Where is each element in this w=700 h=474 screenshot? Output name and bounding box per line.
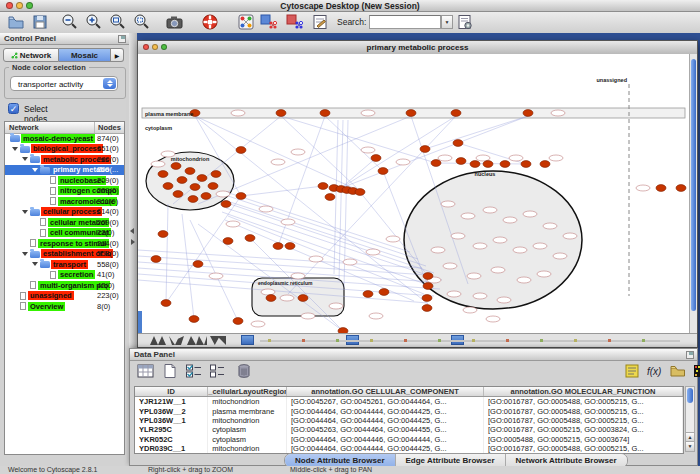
float-panel-icon[interactable]	[118, 35, 126, 43]
table-cell[interactable]: [GO:0016787, GO:0005488, GO:0005215, G..…	[483, 406, 682, 415]
table-cell[interactable]: YLR295C	[135, 425, 208, 434]
tree-row[interactable]: nitrogen compo209(0)	[5, 186, 124, 197]
column-header[interactable]: annotation.GO CELLULAR_COMPONENT	[287, 387, 484, 397]
expander-icon[interactable]	[22, 157, 28, 161]
import-attributes-button[interactable]	[668, 363, 688, 381]
tree-header-divider[interactable]	[94, 122, 95, 133]
tree-row[interactable]: metabolic process280(0)	[5, 154, 124, 165]
table-cell[interactable]: [GO:0044464, GO:0044444, GO:0044425, G..…	[287, 444, 484, 453]
column-header[interactable]: ID	[135, 387, 208, 397]
annotation-button[interactable]	[622, 363, 642, 381]
attribute-table-button[interactable]	[136, 363, 156, 381]
table-cell[interactable]: [GO:0016787, GO:0005488, GO:0005215, G..…	[483, 397, 682, 407]
tree-row[interactable]: biological_process651(0)	[5, 144, 124, 155]
layout-blue-button[interactable]	[258, 13, 278, 32]
expander-icon[interactable]	[22, 252, 28, 256]
table-cell[interactable]: mitochondrion	[208, 397, 287, 407]
network-view-titlebar[interactable]: primary metabolic process	[138, 41, 697, 55]
table-cell[interactable]: mitochondrion	[208, 444, 287, 453]
zoom-out-button[interactable]	[60, 13, 80, 32]
tree-row[interactable]: macromolecule311(0)	[5, 196, 124, 207]
tree-row[interactable]: transport558(0)	[5, 259, 124, 270]
table-cell[interactable]: [GO:0016787, GO:0005488, GO:0005215, G..…	[483, 444, 682, 453]
table-row[interactable]: YKR052Ccytoplasm[GO:0044464, GO:0044446,…	[135, 435, 683, 444]
network-canvas[interactable]: plasma membranecytoplasmmitochondrionnuc…	[138, 54, 689, 335]
tree-row[interactable]: secretion41(0)	[5, 270, 124, 281]
more-tabs-button[interactable]: ▶	[111, 48, 124, 62]
open-button[interactable]	[6, 13, 26, 32]
tree-header-nodes[interactable]: Nodes	[98, 123, 121, 132]
tree-row[interactable]: nucleobase-209(0)	[5, 175, 124, 186]
tree-header-network[interactable]: Network	[9, 123, 39, 132]
scroll-down-icon[interactable]: ▼	[686, 441, 694, 451]
tree-row[interactable]: mosaic-demo-yeast874(0)	[5, 133, 124, 144]
network-overview-button[interactable]	[236, 13, 256, 32]
tree-row[interactable]: unassigned223(0)	[5, 291, 124, 302]
table-row[interactable]: YPL036W__2plasma membrane[GO:0044464, GO…	[135, 406, 683, 415]
table-row[interactable]: YDR039C__1mitochondrion[GO:0044464, GO:0…	[135, 444, 683, 453]
tree-row[interactable]: primary metabo209(...	[5, 165, 124, 176]
tree-row[interactable]: cellular metabol209(0)	[5, 217, 124, 228]
table-cell[interactable]: cytoplasm	[208, 435, 287, 444]
expander-icon[interactable]	[12, 147, 18, 151]
float-panel-icon[interactable]	[686, 351, 694, 359]
tree-row[interactable]: cellular process614(0)	[5, 207, 124, 218]
table-cell[interactable]: YDR039C__1	[135, 444, 208, 453]
snapshot-button[interactable]	[164, 13, 184, 32]
search-dropdown-button[interactable]: ▼	[441, 15, 453, 29]
table-cell[interactable]: YJR121W__1	[135, 397, 208, 407]
data-panel-title: Data Panel	[134, 350, 175, 359]
select-attributes-button[interactable]	[184, 363, 204, 381]
function-builder-button[interactable]: f(x)	[644, 363, 664, 381]
tree-row[interactable]: establishment of lo558(0)	[5, 249, 124, 260]
table-row[interactable]: YJR121W__1mitochondrion[GO:0045267, GO:0…	[135, 397, 683, 407]
matrix-button[interactable]	[690, 363, 700, 381]
expander-icon[interactable]	[32, 168, 38, 172]
tab-network[interactable]: Network	[3, 48, 59, 62]
tree-row[interactable]: response to stimul264(0)	[5, 238, 124, 249]
scrollbar-thumb[interactable]	[691, 59, 696, 311]
table-cell[interactable]: [GO:0016787, GO:0005215, GO:0003824, G..…	[483, 425, 682, 434]
zoom-fit-button[interactable]	[108, 13, 128, 32]
tab-mosaic[interactable]: Mosaic	[59, 48, 111, 62]
search-input[interactable]	[369, 15, 441, 29]
configure-search-button[interactable]	[455, 13, 475, 32]
help-button[interactable]	[200, 13, 220, 32]
scrollbar-thumb[interactable]	[687, 388, 693, 403]
table-row[interactable]: YPL036W__1mitochondrion[GO:0044464, GO:0…	[135, 416, 683, 425]
table-cell[interactable]: [GO:0045263, GO:0044464, GO:0044455, G..…	[287, 425, 484, 434]
node-color-dropdown[interactable]: transporter activity	[10, 76, 118, 91]
table-cell[interactable]: YKR052C	[135, 435, 208, 444]
save-button[interactable]	[30, 13, 50, 32]
tree-row[interactable]: cell communicat22(0)	[5, 228, 124, 239]
table-cell[interactable]: [GO:0005488, GO:0005215, GO:0003674]	[483, 435, 682, 444]
tree-row[interactable]: Overview8(0)	[5, 301, 124, 312]
tree-row[interactable]: multi-organism pro42(0)	[5, 280, 124, 291]
zoom-selected-button[interactable]	[132, 13, 152, 32]
table-cell[interactable]: [GO:0044464, GO:0044444, GO:0044425, G..…	[287, 406, 484, 415]
table-cell[interactable]: cytoplasm	[208, 425, 287, 434]
column-header[interactable]: annotation.GO MOLECULAR_FUNCTION	[483, 387, 682, 397]
unselect-attributes-button[interactable]	[208, 363, 228, 381]
expander-icon[interactable]	[32, 262, 38, 266]
table-cell[interactable]: [GO:0045267, GO:0045261, GO:0044464, G..…	[287, 397, 484, 407]
column-header[interactable]: _cellularLayoutRegion	[208, 387, 287, 397]
table-cell[interactable]: [GO:0016787, GO:0005488, GO:0005215, G..…	[483, 416, 682, 425]
select-nodes-checkbox[interactable]: ✓	[8, 103, 19, 114]
table-cell[interactable]: [GO:0044464, GO:0044446, GO:0044444, G..…	[287, 435, 484, 444]
table-cell[interactable]: YPL036W__1	[135, 416, 208, 425]
new-attribute-button[interactable]	[160, 363, 180, 381]
horizontal-scrollbar-thumb[interactable]	[241, 335, 254, 345]
zoom-in-button[interactable]	[84, 13, 104, 32]
table-cell[interactable]: [GO:0044464, GO:0044444, GO:0044425, G..…	[287, 416, 484, 425]
table-vertical-scrollbar[interactable]: ▲ ▼	[685, 386, 695, 452]
expander-icon[interactable]	[22, 210, 28, 214]
layout-red-button[interactable]	[284, 13, 304, 32]
table-cell[interactable]: mitochondrion	[208, 416, 287, 425]
canvas-vertical-scrollbar[interactable]	[689, 54, 697, 335]
table-cell[interactable]: plasma membrane	[208, 406, 287, 415]
vizmapper-button[interactable]	[310, 13, 330, 32]
table-cell[interactable]: YPL036W__2	[135, 406, 208, 415]
table-row[interactable]: YLR295Ccytoplasm[GO:0045263, GO:0044464,…	[135, 425, 683, 434]
delete-attribute-button[interactable]	[234, 363, 254, 381]
